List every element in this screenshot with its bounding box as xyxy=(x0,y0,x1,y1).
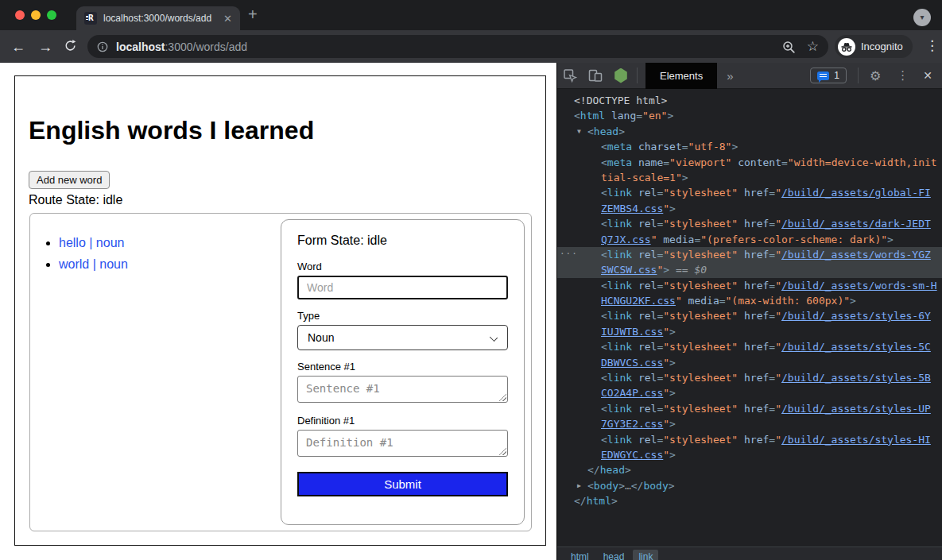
code-line[interactable]: </head> xyxy=(557,462,942,477)
submit-button[interactable]: Submit xyxy=(297,472,508,496)
code-line[interactable]: ▶<body>…</body> xyxy=(557,478,942,493)
more-tabs-button[interactable]: » xyxy=(717,69,742,83)
definition-textarea[interactable] xyxy=(297,430,508,457)
code-line[interactable]: <link rel="stylesheet" href="/build/_ass… xyxy=(557,401,942,416)
address-bar[interactable]: localhost:3000/words/add ☆ xyxy=(87,35,828,58)
code-line[interactable]: DBWVCS.css"> xyxy=(557,355,942,370)
word-link[interactable]: hello | noun xyxy=(59,236,124,249)
code-line[interactable]: <link rel="stylesheet" href="/build/_ass… xyxy=(557,278,942,293)
code-token: /build/_assets/styles-5B xyxy=(781,372,931,384)
incognito-icon xyxy=(838,38,855,56)
code-token: "stylesheet" xyxy=(663,310,738,322)
code-line[interactable]: <meta name="viewport" content="width=dev… xyxy=(557,155,942,170)
code-line[interactable]: 7GY3E2.css"> xyxy=(557,416,942,431)
code-token: meta xyxy=(607,156,632,168)
inspect-icon xyxy=(562,68,578,83)
code-token: " xyxy=(775,187,781,199)
code-line[interactable]: </html> xyxy=(557,493,942,508)
add-new-word-button[interactable]: Add new word xyxy=(29,171,110,189)
code-line[interactable]: ···<link rel="stylesheet" href="/build/_… xyxy=(557,247,942,262)
devtools-close-icon[interactable]: ✕ xyxy=(917,69,942,82)
code-token: charset xyxy=(638,141,682,153)
url-text[interactable]: localhost:3000/words/add xyxy=(116,41,247,53)
code-line[interactable]: Q7JX.css" media="(prefers-color-scheme: … xyxy=(557,232,942,247)
code-line[interactable]: <link rel="stylesheet" href="/build/_ass… xyxy=(557,432,942,447)
breadcrumb-item-html[interactable]: html xyxy=(565,550,595,560)
code-token xyxy=(605,110,611,122)
resize-grip-icon[interactable] xyxy=(499,394,506,401)
code-line[interactable]: <link rel="stylesheet" href="/build/_ass… xyxy=(557,216,942,231)
code-token: rel xyxy=(638,249,657,261)
code-token xyxy=(632,341,638,353)
browser-tab[interactable]: R localhost:3000/words/add ✕ xyxy=(76,6,240,30)
issues-counter[interactable]: 1 xyxy=(810,68,847,83)
browser-menu-button[interactable]: ⋮ xyxy=(925,37,939,54)
page-info-icon[interactable] xyxy=(97,41,108,52)
new-tab-button[interactable]: + xyxy=(248,6,258,24)
tab-elements[interactable]: Elements xyxy=(645,63,717,89)
word-input[interactable] xyxy=(297,276,508,299)
resize-grip-icon[interactable] xyxy=(499,448,506,455)
code-token xyxy=(738,187,744,199)
code-line[interactable]: HCNGU2KF.css" media="(max-width: 600px)"… xyxy=(557,293,942,308)
code-line[interactable]: <link rel="stylesheet" href="/build/_ass… xyxy=(557,185,942,200)
breadcrumb-item-link[interactable]: link xyxy=(633,550,658,560)
code-line[interactable]: <!DOCTYPE html> xyxy=(557,93,942,108)
code-line[interactable]: ▼<head> xyxy=(557,124,942,139)
sentence-textarea[interactable] xyxy=(297,376,508,403)
code-line[interactable]: ZEMBS4.css"> xyxy=(557,201,942,216)
back-button[interactable]: ← xyxy=(11,38,25,56)
tree-expand-arrow-icon[interactable]: ▼ xyxy=(577,124,581,139)
code-token: = xyxy=(769,218,775,230)
code-token: tial-scale=1" xyxy=(601,172,682,183)
bookmark-star-icon[interactable]: ☆ xyxy=(807,38,819,55)
tree-expand-arrow-icon[interactable]: ▶ xyxy=(577,478,581,493)
code-token xyxy=(738,249,744,261)
code-token: = xyxy=(769,280,775,292)
code-line[interactable]: SWCSW.css"> == $0 xyxy=(557,262,942,277)
code-token: == xyxy=(669,264,694,276)
code-token: /build/_assets/words-sm-H xyxy=(781,280,937,292)
code-token: " xyxy=(676,295,682,307)
code-line[interactable]: CO2A4P.css"> xyxy=(557,385,942,400)
forward-button[interactable]: → xyxy=(38,38,52,56)
code-token: > xyxy=(625,464,631,476)
code-token xyxy=(632,403,638,415)
code-token: > xyxy=(669,203,676,214)
device-toolbar-button[interactable] xyxy=(583,63,608,89)
code-token: DBWVCS.css xyxy=(601,357,663,369)
word-link[interactable]: world | noun xyxy=(59,257,128,271)
window-close-button[interactable] xyxy=(15,10,25,20)
code-line[interactable]: <link rel="stylesheet" href="/build/_ass… xyxy=(557,339,942,354)
code-token: < xyxy=(601,156,607,168)
code-line[interactable]: IUJWTB.css"> xyxy=(557,324,942,339)
breadcrumb-item-head[interactable]: head xyxy=(598,550,630,560)
code-token: ZEMBS4.css xyxy=(601,203,663,214)
code-line[interactable]: <link rel="stylesheet" href="/build/_ass… xyxy=(557,308,942,323)
inspect-element-button[interactable] xyxy=(557,63,583,89)
code-token: rel xyxy=(638,310,657,322)
code-token: link xyxy=(607,218,632,230)
code-token: " xyxy=(775,310,781,322)
code-token: = xyxy=(769,434,775,446)
window-minimize-button[interactable] xyxy=(31,10,41,20)
window-menu-button[interactable]: ▾ xyxy=(913,9,931,26)
type-select[interactable]: Noun xyxy=(297,325,508,350)
reload-button[interactable] xyxy=(64,39,77,56)
code-token: rel xyxy=(638,341,657,353)
code-line[interactable]: <link rel="stylesheet" href="/build/_ass… xyxy=(557,370,942,385)
code-line[interactable]: <html lang="en"> xyxy=(557,108,942,123)
devtools-menu-icon[interactable]: ⋮ xyxy=(889,68,917,83)
tab-close-icon[interactable]: ✕ xyxy=(223,13,232,25)
code-token: link xyxy=(607,187,632,199)
code-line[interactable]: tial-scale=1"> xyxy=(557,170,942,185)
code-line[interactable]: EDWGYC.css"> xyxy=(557,447,942,462)
code-line[interactable]: <meta charset="utf-8"> xyxy=(557,139,942,154)
settings-gear-icon[interactable]: ⚙ xyxy=(862,68,889,83)
code-token: > xyxy=(887,234,894,245)
node-extension-button[interactable] xyxy=(608,63,634,89)
zoom-icon[interactable] xyxy=(781,40,796,54)
code-token: href xyxy=(744,280,769,292)
window-zoom-button[interactable] xyxy=(47,10,56,20)
code-token: head xyxy=(600,464,625,476)
